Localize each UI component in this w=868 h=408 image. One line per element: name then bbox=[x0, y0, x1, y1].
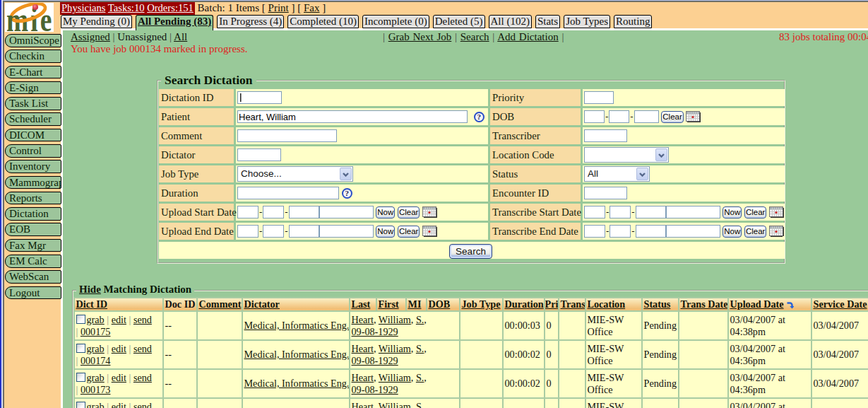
svg-text:mie: mie bbox=[6, 3, 54, 32]
